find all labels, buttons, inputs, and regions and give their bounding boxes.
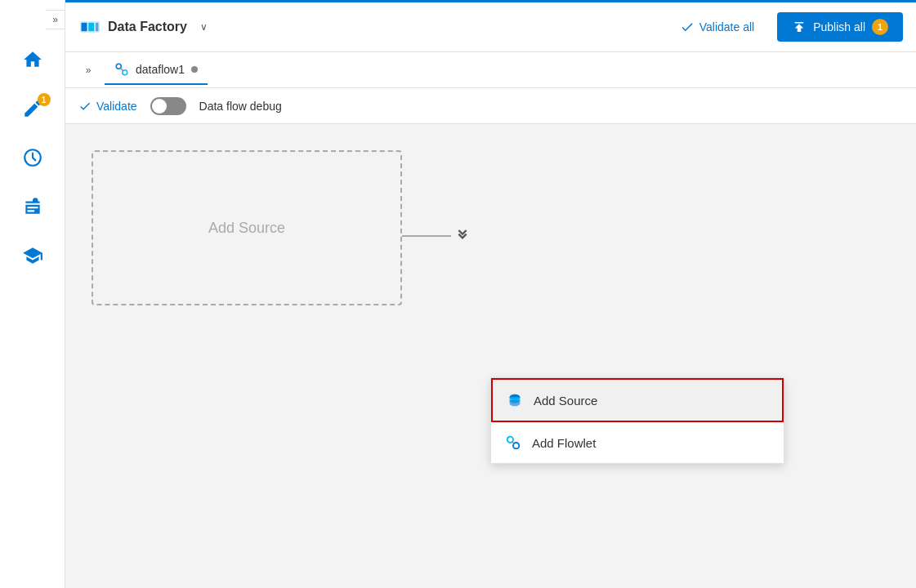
svg-rect-4 <box>96 23 99 32</box>
svg-point-9 <box>507 437 513 443</box>
debug-label: Data flow debug <box>199 100 282 113</box>
svg-line-11 <box>512 442 514 443</box>
tab-bar: » dataflow1 <box>65 52 916 88</box>
content-area: » dataflow1 Validate Data <box>65 52 916 588</box>
tab-name: dataflow1 <box>136 63 185 76</box>
debug-toggle-knob <box>152 99 167 114</box>
dropdown-item-add-source[interactable]: Add Source <box>491 378 784 422</box>
sidebar-collapse-button[interactable]: » <box>46 10 65 29</box>
data-factory-icon <box>78 16 101 38</box>
add-flowlet-label: Add Flowlet <box>532 436 596 450</box>
sidebar-item-learn[interactable] <box>10 235 56 281</box>
chevron-down-icon <box>451 225 474 247</box>
connector <box>402 216 500 256</box>
connector-line <box>402 235 451 237</box>
add-source-label: Add Source <box>534 394 597 408</box>
tab-dataflow1[interactable]: dataflow1 <box>105 56 208 85</box>
main-content: Data Factory ∨ Validate all Publish all … <box>65 0 916 588</box>
svg-rect-3 <box>88 23 94 32</box>
dropdown-item-add-flowlet[interactable]: Add Flowlet <box>491 422 784 463</box>
add-flowlet-icon <box>504 434 522 452</box>
brand-name: Data Factory <box>108 20 187 34</box>
add-source-icon <box>506 391 524 409</box>
topbar: Data Factory ∨ Validate all Publish all … <box>65 0 916 52</box>
toolbar: Validate Data flow debug <box>65 88 916 124</box>
brand-chevron[interactable]: ∨ <box>200 21 208 33</box>
sidebar-item-monitor[interactable] <box>10 137 56 183</box>
home-icon <box>22 49 43 75</box>
svg-point-10 <box>513 443 519 448</box>
learn-icon <box>22 245 43 271</box>
svg-point-6 <box>123 69 127 74</box>
publish-all-button[interactable]: Publish all 1 <box>777 12 903 42</box>
tab-collapse-button[interactable]: » <box>78 60 98 80</box>
publish-badge: 1 <box>872 19 888 35</box>
tab-modified-dot <box>191 66 198 73</box>
sidebar-item-tools[interactable] <box>10 186 56 232</box>
brand: Data Factory <box>78 16 187 38</box>
validate-all-icon <box>680 20 695 34</box>
sidebar-item-author[interactable]: 1 <box>10 88 56 134</box>
tools-icon <box>22 196 43 222</box>
dataflow-tab-icon <box>114 62 129 77</box>
publish-icon <box>792 20 807 34</box>
svg-line-7 <box>121 68 123 70</box>
svg-point-5 <box>116 64 121 69</box>
validate-all-button[interactable]: Validate all <box>670 15 764 39</box>
connector-dropdown-trigger[interactable] <box>451 225 474 247</box>
svg-rect-2 <box>82 23 87 32</box>
canvas-area: Add Source <box>65 124 916 588</box>
sidebar: » 1 <box>0 0 65 588</box>
monitor-icon <box>22 147 43 173</box>
author-badge: 1 <box>38 93 51 106</box>
debug-toggle[interactable] <box>150 97 186 115</box>
add-source-box[interactable]: Add Source <box>92 150 402 305</box>
sidebar-item-home[interactable] <box>10 39 56 85</box>
source-placeholder: Add Source <box>208 220 285 237</box>
validate-icon <box>78 100 92 113</box>
dropdown-menu: Add Source Add Flowlet <box>490 377 784 464</box>
validate-button[interactable]: Validate <box>78 100 137 113</box>
